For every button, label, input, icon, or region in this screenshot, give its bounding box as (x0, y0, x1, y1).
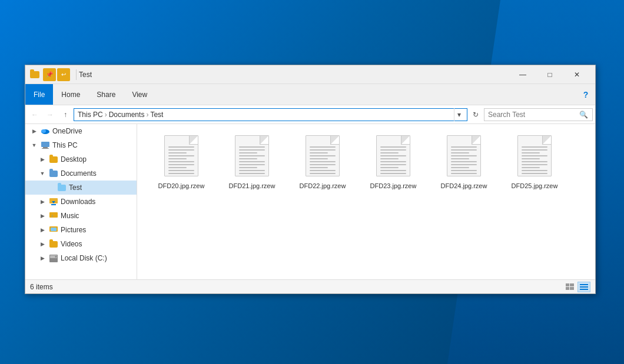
tab-share[interactable]: Share (88, 84, 124, 105)
file-line (310, 164, 336, 165)
file-line (380, 164, 406, 165)
tab-view[interactable]: View (124, 84, 155, 105)
file-line (522, 170, 547, 171)
svg-rect-21 (580, 289, 588, 290)
file-line (239, 161, 265, 162)
search-icon[interactable]: 🔍 (578, 109, 589, 121)
sidebar-item-music[interactable]: ▶ ♪ Music (25, 209, 137, 223)
file-line (168, 149, 194, 151)
search-input[interactable] (488, 111, 578, 119)
file-line (380, 155, 406, 156)
window-controls: — □ ✕ (509, 65, 590, 84)
qa-undo-button[interactable]: ↩ (57, 68, 70, 81)
help-button[interactable]: ? (576, 84, 595, 105)
search-box: 🔍 (484, 108, 593, 121)
svg-rect-18 (570, 287, 574, 290)
sidebar-item-videos[interactable]: ▶ Videos (25, 237, 137, 251)
refresh-button[interactable]: ↻ (469, 108, 483, 122)
sidebar-item-onedrive[interactable]: ▶ OneDrive (25, 124, 137, 138)
forward-button[interactable]: → (43, 108, 57, 122)
expand-icon-onedrive: ▶ (30, 127, 38, 135)
tab-file[interactable]: File (25, 84, 53, 105)
videos-icon (49, 239, 58, 249)
file-line (239, 146, 265, 148)
svg-rect-7 (51, 204, 56, 205)
sidebar-item-documents[interactable]: ▼ Documents (25, 166, 137, 181)
sidebar-item-pictures[interactable]: ▶ Pictures (25, 223, 137, 237)
sidebar-label-pictures: Pictures (61, 226, 86, 234)
ribbon: File Home Share View ? (25, 84, 595, 105)
sidebar-item-localdisk[interactable]: ▶ Local Disk (C:) (25, 251, 137, 265)
file-line (380, 170, 406, 171)
file-line (522, 164, 547, 165)
sidebar-label-desktop: Desktop (61, 155, 87, 163)
list-view-button[interactable] (563, 282, 576, 292)
file-line (310, 158, 328, 159)
sidebar-label-videos: Videos (61, 240, 82, 248)
file-name: DFD20.jpg.rzew (158, 182, 205, 190)
title-divider (76, 69, 77, 80)
svg-point-14 (55, 256, 57, 258)
localdisk-icon (49, 253, 58, 263)
svg-rect-19 (580, 284, 588, 285)
file-line (168, 170, 194, 171)
file-item[interactable]: DFD23.jpg.rzew (361, 130, 426, 192)
file-icon-wrapper (443, 132, 484, 179)
file-line (451, 164, 477, 165)
path-segment-documents[interactable]: Documents (109, 111, 145, 119)
window-icon (30, 70, 39, 79)
tab-home[interactable]: Home (53, 84, 88, 105)
path-dropdown-button[interactable]: ▾ (454, 108, 463, 121)
downloads-icon (49, 197, 58, 206)
file-item[interactable]: DFD24.jpg.rzew (432, 130, 496, 192)
file-line (451, 152, 469, 153)
file-line (380, 161, 406, 162)
file-item[interactable]: DFD21.jpg.rzew (220, 130, 284, 192)
file-explorer-window: 📌 ↩ Test — □ ✕ File Home Share View ? ← … (25, 65, 596, 294)
file-line (380, 173, 406, 174)
file-item[interactable]: DFD20.jpg.rzew (149, 130, 214, 192)
file-icon-wrapper (514, 132, 555, 179)
sidebar-item-desktop[interactable]: ▶ Desktop (25, 152, 137, 166)
maximize-button[interactable]: □ (536, 65, 563, 84)
expand-icon-test (47, 183, 55, 192)
path-segment-thispc[interactable]: This PC (78, 111, 103, 119)
file-line (310, 149, 336, 151)
sidebar-item-thispc[interactable]: ▼ This PC (25, 138, 137, 152)
file-line (310, 155, 336, 156)
file-line (451, 155, 477, 156)
file-item[interactable]: DFD22.jpg.rzew (290, 130, 355, 192)
file-icon-wrapper (231, 132, 273, 179)
file-line (522, 161, 547, 162)
sidebar-label-localdisk: Local Disk (C:) (61, 254, 107, 262)
sidebar-item-downloads[interactable]: ▶ Downloads (25, 195, 137, 209)
file-item[interactable]: DFD25.jpg.rzew (502, 130, 567, 192)
file-line (168, 164, 194, 165)
file-line (310, 167, 328, 168)
file-name: DFD24.jpg.rzew (441, 182, 487, 190)
sidebar-label-thispc: This PC (52, 141, 78, 149)
qa-pin-button[interactable]: 📌 (43, 68, 56, 81)
file-line (522, 158, 540, 159)
quick-access-toolbar: 📌 ↩ (43, 68, 70, 81)
back-button[interactable]: ← (28, 108, 42, 122)
tile-view-button[interactable] (577, 282, 590, 292)
file-line (451, 158, 469, 159)
file-line (239, 170, 265, 171)
minimize-button[interactable]: — (509, 65, 536, 84)
file-line (168, 167, 187, 168)
file-line (522, 167, 540, 168)
file-line (310, 161, 336, 162)
sidebar-label-onedrive: OneDrive (52, 127, 82, 135)
sidebar-label-music: Music (61, 212, 79, 220)
sidebar-item-test[interactable]: Test (25, 181, 137, 195)
file-line (451, 173, 477, 174)
address-path[interactable]: This PC › Documents › Test ▾ (74, 108, 467, 121)
file-line (380, 158, 399, 159)
file-lines (380, 146, 406, 174)
path-segment-test[interactable]: Test (150, 111, 163, 119)
up-button[interactable]: ↑ (58, 108, 72, 122)
file-icon (517, 135, 552, 176)
file-line (239, 164, 265, 165)
close-button[interactable]: ✕ (563, 65, 590, 84)
